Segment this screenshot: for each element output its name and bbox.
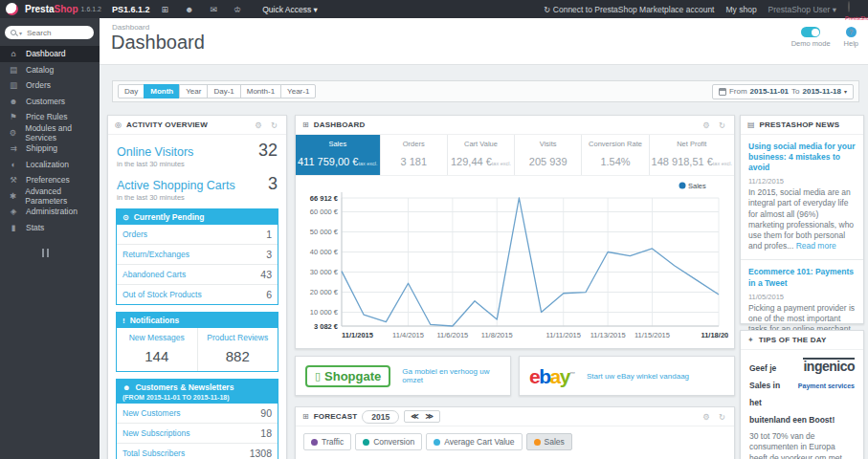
messages-icon[interactable]	[206, 5, 223, 14]
notification-cell-product-reviews[interactable]: Product Reviews882	[197, 328, 278, 371]
sidebar-item-shipping[interactable]: Shipping	[0, 141, 100, 157]
prestashop-logo-icon	[6, 3, 18, 15]
cart-icon[interactable]	[157, 5, 174, 14]
search-icon	[11, 30, 16, 35]
customers-newsletters-section: Customers & Newsletters (FROM 2015-11-01…	[116, 379, 278, 459]
my-shop-link[interactable]: My shop	[725, 5, 756, 14]
help-button[interactable]: ? Help	[844, 27, 858, 48]
sidebar-item-advanced-parameters[interactable]: Advanced Parameters	[0, 188, 100, 205]
sidebar-item-modules-and-services[interactable]: Modules and Services	[0, 125, 100, 142]
svg-text:Sales: Sales	[688, 182, 706, 190]
svg-text:11/15/2015: 11/15/2015	[634, 331, 670, 339]
cart-icon	[302, 120, 309, 129]
read-more-link[interactable]: Read more	[796, 241, 836, 251]
ingenico-logo: ingenico Payment services	[786, 358, 855, 392]
row-label-link[interactable]: Abandoned Carts	[122, 270, 186, 279]
sidebar-item-dashboard[interactable]: Dashboard	[0, 46, 100, 62]
shipping-icon	[9, 143, 18, 153]
active-carts-link[interactable]: Active Shopping Carts	[117, 179, 235, 192]
sidebar-search[interactable]	[5, 26, 94, 39]
range-button-month[interactable]: Month	[144, 84, 180, 98]
sidebar-collapse-button[interactable]	[42, 249, 100, 257]
customers-icon	[9, 97, 18, 106]
date-range-button[interactable]: From2015-11-01 To2015-11-18	[712, 84, 854, 99]
svg-text:60 000 €: 60 000 €	[310, 208, 339, 216]
table-row: Abandoned Carts43	[117, 264, 278, 284]
quick-access-menu[interactable]: Quick Access	[262, 5, 318, 14]
prestashop-admin: PrestaShop 1.6.1.2 PS1.6.1.2 Quick Acces…	[0, 0, 868, 459]
ebay-link[interactable]: Start uw eBay winkel vandaag	[587, 372, 689, 381]
legend-dot-icon	[311, 439, 318, 446]
range-button-year[interactable]: Year	[179, 84, 208, 98]
person-icon	[122, 383, 130, 392]
row-label-link[interactable]: Orders	[122, 230, 147, 239]
kpi-tile-visits[interactable]: Visits205 939	[515, 135, 582, 175]
forecast-toggle-conversion[interactable]: Conversion	[355, 433, 422, 450]
prestashop-news-panel: PRESTASHOP NEWS Using social media for y…	[740, 115, 864, 324]
modules-icon	[9, 128, 17, 138]
row-label-link[interactable]: Return/Exchanges	[122, 250, 189, 259]
range-button-year-1[interactable]: Year-1	[280, 84, 316, 98]
table-row: Return/Exchanges3	[117, 244, 278, 264]
demo-mode-label: Demo mode	[791, 39, 831, 48]
range-button-month-1[interactable]: Month-1	[240, 84, 281, 98]
dashboard-panel: DASHBOARD Sales411 759,00 €tax excl.Orde…	[295, 115, 735, 349]
search-scope-caret-icon[interactable]	[19, 30, 22, 36]
kpi-tile-orders[interactable]: Orders3 181	[381, 135, 448, 175]
notifications-section: Notifications New Messages144Product Rev…	[116, 312, 278, 372]
badges-icon[interactable]	[229, 5, 246, 14]
article-title-link[interactable]: Ecommerce 101: Payments in a Tweet	[748, 267, 856, 288]
sidebar-item-customers[interactable]: Customers	[0, 94, 100, 110]
range-button-day-1[interactable]: Day-1	[207, 84, 240, 98]
row-label-link[interactable]: Out of Stock Products	[122, 290, 202, 299]
article-date: 11/05/2015	[748, 293, 856, 301]
sidebar-item-label: Modules and Services	[25, 123, 100, 142]
gear-icon[interactable]	[701, 120, 712, 130]
forecast-toggle-sales[interactable]: Sales	[526, 433, 572, 450]
skip-forward-icon[interactable]	[426, 412, 434, 421]
row-label-link[interactable]: Total Subscribers	[122, 448, 185, 458]
forecast-year-pill[interactable]: 2015	[362, 410, 399, 424]
exclamation-icon	[122, 317, 125, 325]
forecast-legend: TrafficConversionAverage Cart ValueSales	[296, 426, 734, 457]
sidebar-item-label: Localization	[26, 160, 69, 169]
sidebar-item-catalog[interactable]: Catalog	[0, 62, 100, 78]
localization-icon	[9, 160, 18, 169]
user-menu[interactable]: PrestaShop User	[768, 5, 836, 14]
kpi-tile-cart-value[interactable]: Cart Value129,44 €tax excl.	[448, 135, 515, 175]
row-label-link[interactable]: New Subscriptions	[122, 428, 189, 438]
article-title-link[interactable]: Using social media for your business: 4 …	[748, 142, 856, 173]
kpi-tile-conversion-rate[interactable]: Conversion Rate1.54%	[582, 135, 649, 175]
sidebar-item-orders[interactable]: Orders	[0, 77, 100, 94]
refresh-icon[interactable]	[717, 120, 727, 130]
online-visitors-link[interactable]: Online Visitors	[117, 145, 193, 159]
phone-icon	[315, 370, 321, 382]
toggle-on-icon[interactable]	[801, 27, 820, 37]
table-row: Total Subscribers1308	[117, 443, 278, 459]
kpi-tile-sales[interactable]: Sales411 759,00 €tax excl.	[296, 135, 381, 175]
refresh-icon[interactable]	[717, 412, 727, 422]
forecast-toggle-traffic[interactable]: Traffic	[303, 433, 351, 450]
stats-icon	[9, 223, 18, 232]
refresh-icon[interactable]	[269, 120, 279, 130]
sidebar-item-localization[interactable]: Localization	[0, 157, 100, 173]
svg-text:10 000 €: 10 000 €	[310, 308, 339, 317]
forecast-toggle-average-cart-value[interactable]: Average Cart Value	[426, 433, 522, 450]
shopgate-link[interactable]: Ga mobiel en verhoog uw omzet	[402, 367, 501, 384]
kpi-tile-net-profit[interactable]: Net Profit148 918,51 €tax excl.	[650, 135, 734, 175]
customers-quick-icon[interactable]	[180, 5, 198, 14]
marketplace-connect-link[interactable]: Connect to PrestaShop Marketplace accoun…	[544, 5, 714, 14]
skip-back-icon[interactable]	[411, 412, 418, 421]
row-label-link[interactable]: New Customers	[122, 408, 180, 418]
breadcrumb[interactable]: Dashboard	[112, 23, 149, 32]
avatar[interactable]: PrestaShop	[848, 2, 862, 16]
demo-mode-toggle[interactable]: Demo mode	[791, 27, 831, 48]
sidebar-item-administration[interactable]: Administration	[0, 204, 100, 220]
notification-cell-new-messages[interactable]: New Messages144	[117, 328, 197, 371]
gear-icon[interactable]	[701, 412, 712, 422]
range-button-day[interactable]: Day	[118, 84, 145, 98]
shop-name[interactable]: PS1.6.1.2	[112, 5, 150, 14]
sidebar-item-stats[interactable]: Stats	[0, 220, 100, 236]
search-input[interactable]	[25, 28, 80, 38]
gear-icon[interactable]	[253, 120, 264, 130]
